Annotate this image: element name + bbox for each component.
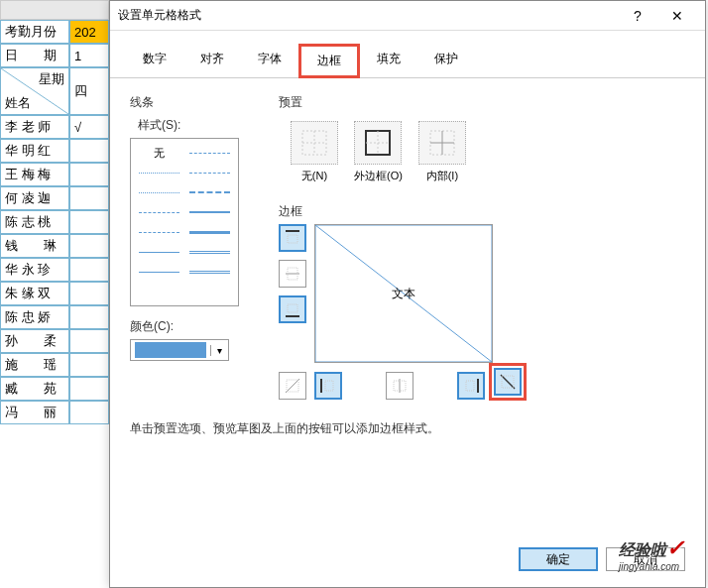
line-section-label: 线条 [130, 94, 259, 111]
preset-button-0[interactable] [291, 121, 338, 165]
border-left-buttons [279, 224, 306, 323]
style-option[interactable] [189, 226, 230, 238]
sheet-row: 陈 志 桃 [0, 210, 109, 234]
border-diag-down-button[interactable] [494, 368, 522, 396]
tab-2[interactable]: 字体 [241, 44, 298, 78]
color-dropdown[interactable]: ▾ [130, 339, 229, 361]
cell[interactable] [69, 258, 109, 282]
border-preview-box[interactable]: 文本 [314, 224, 493, 363]
cell[interactable] [69, 163, 109, 186]
tab-4[interactable]: 填充 [360, 44, 417, 78]
cell[interactable] [69, 305, 109, 329]
color-label: 颜色(C): [130, 318, 259, 335]
cell[interactable]: 李 老 师 [0, 115, 69, 139]
tab-bar: 数字对齐字体边框填充保护 [110, 31, 705, 78]
border-left-button[interactable] [314, 372, 342, 400]
cell[interactable]: 华 明 红 [0, 139, 69, 163]
cell[interactable]: 1 [69, 44, 109, 67]
preset-label: 内部(I) [418, 169, 466, 183]
svg-rect-11 [288, 235, 297, 243]
cell[interactable]: 华 永 珍 [0, 258, 69, 282]
tab-1[interactable]: 对齐 [183, 44, 241, 78]
cell[interactable]: 202 [69, 20, 109, 44]
style-option[interactable] [139, 246, 179, 258]
style-option[interactable] [189, 206, 230, 218]
style-option[interactable] [189, 266, 230, 278]
preset-label: 无(N) [291, 169, 338, 183]
style-none[interactable]: 无 [139, 147, 179, 159]
watermark-main: 经验啦 [619, 541, 666, 558]
style-option[interactable] [139, 226, 179, 238]
sheet-row: 王 梅 梅 [0, 163, 109, 186]
cell[interactable]: 朱 缘 双 [0, 282, 69, 305]
style-option[interactable] [189, 186, 230, 198]
cell[interactable]: 考勤月份 [0, 20, 69, 44]
style-option[interactable] [139, 266, 179, 278]
cell[interactable]: 钱 琳 [0, 234, 69, 258]
cell[interactable]: 陈 志 桃 [0, 210, 69, 234]
cell[interactable]: 臧 苑 [0, 377, 69, 401]
cell[interactable]: 何 凌 迦 [0, 186, 69, 210]
cell[interactable] [69, 139, 109, 163]
cell[interactable]: 王 梅 梅 [0, 163, 69, 186]
diagonal-header-cell[interactable]: 星期姓名 [0, 67, 69, 115]
sheet-row: 冯 丽 [0, 401, 109, 424]
cell[interactable]: 陈 忠 娇 [0, 305, 69, 329]
cell[interactable] [69, 401, 109, 424]
cell[interactable] [69, 186, 109, 210]
format-cells-dialog: 设置单元格格式 ? ✕ 数字对齐字体边框填充保护 线条 样式(S): 无 [109, 0, 706, 588]
cell[interactable]: √ [69, 115, 109, 139]
cell[interactable] [69, 329, 109, 353]
line-style-box[interactable]: 无 [130, 138, 239, 306]
cell[interactable] [69, 234, 109, 258]
sheet-row: 李 老 师√ [0, 115, 109, 139]
cell[interactable]: 四 [69, 67, 109, 115]
style-option[interactable] [139, 186, 179, 198]
help-button[interactable]: ? [618, 1, 657, 31]
cell[interactable] [69, 353, 109, 377]
preset-item: 内部(I) [418, 121, 466, 183]
color-swatch [135, 342, 206, 358]
sheet-row: 华 明 红 [0, 139, 109, 163]
sheet-row: 朱 缘 双 [0, 282, 109, 305]
watermark: 经验啦✓ jingyanla.com [619, 535, 684, 572]
border-bottom-button[interactable] [279, 295, 306, 323]
cell[interactable] [69, 282, 109, 305]
sheet-row: 日 期1 [0, 44, 109, 67]
style-option[interactable] [189, 246, 230, 258]
style-option[interactable] [139, 206, 179, 218]
border-section: 文本 [279, 224, 685, 401]
tab-5[interactable]: 保护 [417, 44, 475, 78]
style-option[interactable] [189, 147, 230, 159]
style-option[interactable] [139, 167, 179, 178]
style-option[interactable] [189, 167, 230, 178]
cell[interactable] [69, 377, 109, 401]
ok-button[interactable]: 确定 [519, 547, 598, 571]
preset-row: 无(N)外边框(O)内部(I) [291, 121, 685, 183]
border-middle-button[interactable] [279, 260, 306, 288]
border-right-button[interactable] [457, 372, 485, 400]
cell[interactable] [69, 210, 109, 234]
preview-text: 文本 [392, 286, 415, 302]
cell[interactable]: 孙 柔 [0, 329, 69, 353]
sheet-rows: 考勤月份202日 期1星期姓名四李 老 师√华 明 红王 梅 梅何 凌 迦陈 志… [0, 20, 109, 424]
border-top-button[interactable] [279, 224, 306, 252]
cell[interactable]: 日 期 [0, 44, 69, 67]
border-diag-up-button[interactable] [279, 372, 306, 400]
border-vcenter-button[interactable] [386, 372, 413, 400]
sheet-row: 臧 苑 [0, 377, 109, 401]
preset-button-1[interactable] [354, 121, 402, 165]
close-button[interactable]: ✕ [657, 1, 697, 31]
preset-button-2[interactable] [418, 121, 466, 165]
preset-item: 无(N) [291, 121, 338, 183]
spreadsheet: 考勤月份202日 期1星期姓名四李 老 师√华 明 红王 梅 梅何 凌 迦陈 志… [0, 0, 109, 424]
cell[interactable]: 冯 丽 [0, 401, 69, 424]
tab-0[interactable]: 数字 [126, 44, 183, 78]
cell[interactable]: 施 瑶 [0, 353, 69, 377]
sheet-row: 星期姓名四 [0, 67, 109, 115]
tab-3[interactable]: 边框 [298, 44, 360, 78]
svg-rect-15 [288, 304, 297, 312]
titlebar: 设置单元格格式 ? ✕ [110, 1, 705, 31]
border-section-label: 边框 [279, 203, 685, 220]
sheet-row: 华 永 珍 [0, 258, 109, 282]
